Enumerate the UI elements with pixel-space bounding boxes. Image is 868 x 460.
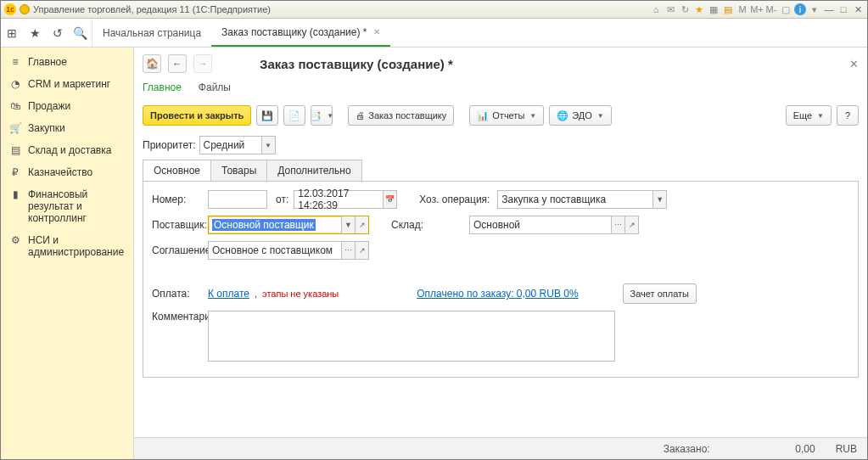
open-icon[interactable]: ↗ xyxy=(624,216,638,233)
number-field[interactable] xyxy=(208,190,267,209)
agreement-field[interactable]: Основное с поставщиком ⋯ ↗ xyxy=(208,241,369,260)
subtab-main[interactable]: Главное xyxy=(143,76,182,98)
priority-select[interactable]: Средний ▼ xyxy=(199,136,276,154)
create-based-button[interactable]: 📑▼ xyxy=(311,105,333,126)
sidebar-item-sales[interactable]: 🛍Продажи xyxy=(1,95,133,117)
nav-back-button[interactable]: ← xyxy=(168,54,187,73)
sidebar-label: Закупки xyxy=(28,122,65,134)
tb-dd-icon[interactable]: ▾ xyxy=(809,3,820,15)
crm-icon: ◔ xyxy=(9,78,21,90)
open-icon[interactable]: ↗ xyxy=(355,242,368,259)
app-circle-icon xyxy=(20,4,30,14)
calendar-icon[interactable]: 📅 xyxy=(383,191,396,208)
tb-icon-2[interactable]: ✉ xyxy=(664,3,676,15)
paid-link[interactable]: Оплачено по заказу: 0,00 RUB 0% xyxy=(417,288,578,300)
cart-icon: 🛒 xyxy=(9,122,21,134)
sidebar-item-treasury[interactable]: ₽Казначейство xyxy=(1,161,133,183)
sales-icon: 🛍 xyxy=(9,100,21,112)
page-title: Заказ поставщику (создание) * xyxy=(260,57,843,71)
open-icon[interactable]: ↗ xyxy=(355,216,368,233)
comment-textarea[interactable] xyxy=(208,311,615,362)
tb-icon-1[interactable]: ⌂ xyxy=(650,3,662,15)
tb-icon-grid[interactable]: ▦ xyxy=(708,3,720,15)
more-button[interactable]: Еще▼ xyxy=(786,105,832,126)
btn-label: Заказ поставщику xyxy=(368,110,446,121)
sidebar-label: Финансовый результат и контроллинг xyxy=(28,188,125,224)
ellipsis-icon[interactable]: ⋯ xyxy=(611,216,624,233)
minimize-button[interactable]: — xyxy=(823,3,835,15)
chevron-down-icon[interactable]: ▼ xyxy=(341,216,355,233)
edo-button[interactable]: 🌐 ЭДО▼ xyxy=(549,105,611,126)
form-tab-goods[interactable]: Товары xyxy=(210,160,267,181)
tab-start-label: Начальная страница xyxy=(103,27,201,39)
order-supplier-button[interactable]: 🖨 Заказ поставщику xyxy=(348,105,454,126)
agreement-value: Основное с поставщиком xyxy=(212,244,333,256)
tb-star-icon[interactable]: ★ xyxy=(693,3,705,15)
post-and-close-button[interactable]: Провести и закрыть xyxy=(143,105,251,126)
operation-label: Хоз. операция: xyxy=(419,194,492,205)
chart-icon: ▮ xyxy=(9,188,21,200)
tb-icon-box[interactable]: ▢ xyxy=(780,3,792,15)
supplier-value: Основной поставщик xyxy=(212,219,316,231)
favorite-icon[interactable]: ★ xyxy=(27,25,42,41)
offset-payment-button[interactable]: Зачет оплаты xyxy=(623,283,697,304)
reports-button[interactable]: 📊 Отчеты▼ xyxy=(469,105,544,126)
tb-mplus[interactable]: M+ xyxy=(751,3,763,15)
tb-icon-3[interactable]: ↻ xyxy=(679,3,691,15)
warehouse-field[interactable]: Основной ⋯ ↗ xyxy=(469,216,639,234)
sidebar: ≡Главное ◔CRM и маркетинг 🛍Продажи 🛒Заку… xyxy=(1,48,134,459)
app-1c-icon: 1c xyxy=(4,3,16,15)
post-button[interactable]: 📄 xyxy=(283,105,305,126)
sidebar-item-nsi[interactable]: ⚙НСИ и администрирование xyxy=(1,229,133,263)
warehouse-value: Основной xyxy=(473,219,520,231)
supplier-field[interactable]: Основной поставщик ▼ ↗ xyxy=(208,216,369,234)
agreement-label: Соглашение: xyxy=(152,244,203,256)
tab-order-label: Заказ поставщику (создание) * xyxy=(221,26,367,38)
sidebar-item-main[interactable]: ≡Главное xyxy=(1,51,133,73)
form-tab-extra[interactable]: Дополнительно xyxy=(266,160,361,181)
operation-value: Закупка у поставщика xyxy=(501,194,606,205)
ordered-label: Заказано: xyxy=(664,443,710,455)
apps-icon[interactable]: ⊞ xyxy=(4,25,20,41)
search-icon[interactable]: 🔍 xyxy=(73,25,88,41)
operation-select[interactable]: Закупка у поставщика ▼ xyxy=(497,190,667,209)
history-icon[interactable]: ↺ xyxy=(50,25,65,41)
sidebar-label: Склад и доставка xyxy=(28,144,111,156)
tab-start[interactable]: Начальная страница xyxy=(92,19,211,47)
nav-home-button[interactable]: 🏠 xyxy=(143,54,161,73)
tab-close-icon[interactable]: ✕ xyxy=(373,27,380,36)
supplier-label: Поставщик: xyxy=(152,219,203,231)
chevron-down-icon[interactable]: ▼ xyxy=(261,137,275,154)
chevron-down-icon[interactable]: ▼ xyxy=(652,191,666,208)
close-window-button[interactable]: ✕ xyxy=(852,3,864,15)
number-label: Номер: xyxy=(152,194,203,205)
comment-label: Комментарий: xyxy=(152,311,203,323)
date-value: 12.03.2017 14:26:39 xyxy=(298,188,381,211)
btn-label: Зачет оплаты xyxy=(630,289,689,299)
subtab-files[interactable]: Файлы xyxy=(199,76,231,98)
from-label: от: xyxy=(276,194,288,205)
help-button[interactable]: ? xyxy=(837,105,859,126)
tb-mminus[interactable]: M- xyxy=(765,3,777,15)
ellipsis-icon[interactable]: ⋯ xyxy=(341,242,355,259)
payment-label: Оплата: xyxy=(152,288,203,300)
sidebar-item-stock[interactable]: ▤Склад и доставка xyxy=(1,139,133,161)
sidebar-item-finance[interactable]: ▮Финансовый результат и контроллинг xyxy=(1,183,133,229)
tb-icon-calc[interactable]: ▤ xyxy=(722,3,734,15)
priority-label: Приоритет: xyxy=(143,139,196,151)
date-field[interactable]: 12.03.2017 14:26:39 📅 xyxy=(294,190,397,209)
form-tab-main[interactable]: Основное xyxy=(143,160,211,181)
to-pay-link[interactable]: К оплате xyxy=(208,288,249,300)
save-button[interactable]: 💾 xyxy=(256,105,278,126)
tb-m[interactable]: M xyxy=(736,3,748,15)
stock-icon: ▤ xyxy=(9,144,21,156)
page-close-button[interactable]: ✕ xyxy=(849,58,859,70)
tab-order[interactable]: Заказ поставщику (создание) * ✕ xyxy=(211,19,390,47)
info-icon[interactable]: i xyxy=(794,3,806,15)
maximize-button[interactable]: □ xyxy=(837,3,849,15)
nav-forward-button[interactable]: → xyxy=(193,54,212,73)
sidebar-item-purchases[interactable]: 🛒Закупки xyxy=(1,117,133,139)
warehouse-label: Склад: xyxy=(391,219,464,231)
sidebar-item-crm[interactable]: ◔CRM и маркетинг xyxy=(1,73,133,95)
money-icon: ₽ xyxy=(9,166,21,178)
